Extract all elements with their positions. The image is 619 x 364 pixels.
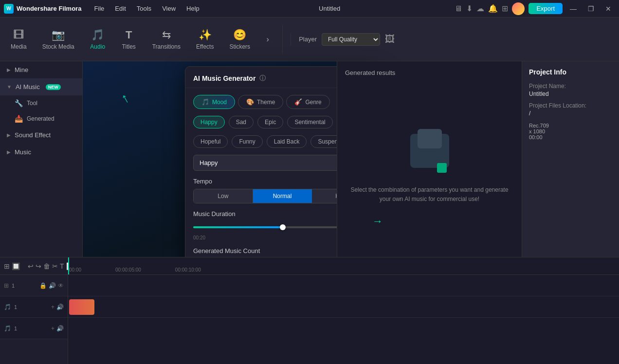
mood-tag-happy[interactable]: Happy [193, 116, 225, 128]
mood-tag-laid-back[interactable]: Laid Back [267, 135, 307, 148]
undo-button[interactable]: ↩ [28, 260, 34, 273]
music-arrow: ▶ [7, 149, 11, 155]
sidebar-item-ai-music[interactable]: ▼ AI Music NEW [0, 78, 82, 95]
track-1-lock[interactable]: 🔒 [39, 282, 47, 289]
player-area: Player Full Quality Half Quality Quarter… [291, 33, 402, 46]
project-location-label: Project Files Location: [529, 102, 612, 109]
gen-empty-text: Select the combination of parameters you… [345, 185, 514, 204]
track-labels: ⊞ 🔲 ↩ ↪ 🗑 ✂ T ⬜ 😊 ⊞ 1 🔒 [0, 257, 68, 364]
cut-button[interactable]: ✂ [52, 260, 58, 273]
quality-select[interactable]: Full Quality Half Quality Quarter Qualit… [322, 33, 380, 46]
track-row-1: ⊞ 1 🔒 🔊 👁 [0, 275, 68, 296]
titles-label: Titles [122, 43, 136, 50]
player-label: Player [299, 36, 317, 43]
toolbar-titles[interactable]: T Titles [114, 25, 144, 54]
tab-theme[interactable]: 🎨 Theme [238, 95, 283, 109]
bell-icon: 🔔 [488, 4, 498, 13]
track-1-eye[interactable]: 👁 [58, 282, 64, 289]
audio-2-icon: 🎵 [4, 325, 11, 332]
app-name: Wondershare Filmora [17, 5, 81, 12]
duration-slider[interactable] [193, 226, 342, 228]
gen-empty-container: Select the combination of parameters you… [345, 86, 514, 247]
mine-arrow: ▶ [7, 67, 11, 73]
duration-min: 00:20 [193, 235, 205, 240]
sidebar-item-music[interactable]: ▶ Music [0, 144, 82, 161]
menu-tools[interactable]: Tools [132, 3, 156, 14]
modal-title-text: AI Music Generator [193, 74, 255, 82]
track-row-audio-2: 🎵 1 + 🔊 [0, 318, 68, 339]
toolbar-stock-media[interactable]: 📷 Stock Media [36, 25, 81, 54]
cloud-icon: ☁ [476, 4, 484, 13]
project-location-value: / [529, 110, 612, 117]
playhead[interactable] [68, 257, 69, 274]
menu-view[interactable]: View [157, 3, 181, 14]
mood-tag-epic[interactable]: Epic [257, 116, 283, 128]
close-button[interactable]: ✕ [601, 3, 615, 14]
audio-2-volume[interactable]: 🔊 [56, 325, 64, 332]
sidebar-item-mine[interactable]: ▶ Mine [0, 61, 82, 78]
transitions-icon: ⇆ [162, 29, 171, 41]
audio-1-volume[interactable]: 🔊 [56, 304, 64, 310]
audio-clip-1[interactable] [69, 299, 94, 315]
tab-genre[interactable]: 🎸 Genre [286, 95, 329, 109]
modal-title: AI Music Generator ⓘ [193, 74, 266, 83]
tempo-normal[interactable]: Normal [253, 189, 312, 203]
audio-1-add[interactable]: + [51, 304, 55, 310]
user-avatar[interactable] [512, 2, 525, 15]
mid-area: ▶ Mine ▼ AI Music NEW 🔧 Tool 📥 Generated… [0, 61, 619, 257]
sidebar: ▶ Mine ▼ AI Music NEW 🔧 Tool 📥 Generated… [0, 61, 83, 257]
ai-music-badge: NEW [46, 84, 61, 90]
track-1-label: 1 [12, 283, 15, 289]
menu-help[interactable]: Help [182, 3, 204, 14]
redo-button[interactable]: ↪ [36, 260, 41, 273]
project-location-row: Project Files Location: / [529, 102, 612, 117]
mood-tag-sentimental[interactable]: Sentimental [287, 116, 332, 128]
sidebar-item-generated[interactable]: 📥 Generated [0, 111, 82, 127]
mood-tag-sad[interactable]: Sad [229, 116, 254, 128]
audio-2-add[interactable]: + [51, 325, 55, 332]
toolbar-items: 🎞 Media 📷 Stock Media 🎵 Audio T Titles ⇆… [0, 25, 278, 54]
music-label: Music [15, 148, 31, 156]
toolbar-audio[interactable]: 🎵 Audio [83, 25, 112, 54]
tab-mood[interactable]: 🎵 Mood [193, 95, 235, 109]
export-button[interactable]: Export [528, 3, 563, 14]
stock-media-icon: 📷 [52, 29, 65, 41]
toolbar-transitions[interactable]: ⇆ Transitions [146, 25, 187, 54]
genre-tab-label: Genre [305, 99, 321, 106]
sidebar-item-tool[interactable]: 🔧 Tool [0, 95, 82, 111]
delete-button[interactable]: 🗑 [43, 260, 50, 273]
info-icon: ⓘ [259, 74, 266, 83]
magnet-tool[interactable]: 🔲 [12, 260, 20, 273]
mood-tag-funny[interactable]: Funny [232, 135, 262, 148]
ai-music-arrow: ▼ [7, 84, 12, 90]
duration-thumb[interactable] [280, 224, 286, 230]
grid-tool[interactable]: ⊞ [4, 260, 10, 273]
resolution-label: x 1080 [529, 128, 612, 134]
menu-right: 🖥 ⬇ ☁ 🔔 ⊞ Export — ❐ ✕ [455, 2, 615, 15]
stickers-icon: 😊 [233, 29, 246, 41]
minimize-button[interactable]: — [566, 3, 580, 14]
toolbar-stickers[interactable]: 😊 Stickers [222, 25, 257, 54]
menu-file[interactable]: File [89, 3, 109, 14]
mood-tab-icon: 🎵 [201, 98, 209, 106]
right-panel: Project Info Project Name: Untitled Proj… [522, 61, 619, 257]
text-button[interactable]: T [60, 260, 64, 273]
toolbar-effects[interactable]: ✨ Effects [189, 25, 220, 54]
toolbar-media[interactable]: 🎞 Media [4, 25, 34, 54]
track-1-icons: 🔒 🔊 👁 [39, 282, 64, 289]
audio-1-icon: 🎵 [4, 304, 11, 310]
project-name-label: Project Name: [529, 83, 612, 90]
sidebar-item-sound-effect[interactable]: ▶ Sound Effect [0, 127, 82, 144]
app-logo: W Wondershare Filmora [4, 4, 81, 14]
menu-edit[interactable]: Edit [110, 3, 130, 14]
track-1-volume[interactable]: 🔊 [49, 282, 56, 289]
video-track-content [68, 275, 619, 296]
tempo-low[interactable]: Low [194, 189, 253, 203]
toolbar-more-arrow[interactable]: › [261, 33, 274, 46]
generated-results-panel: Generated results Select the combination… [337, 61, 522, 257]
project-name-row: Project Name: Untitled [529, 83, 612, 97]
mood-tab-label: Mood [212, 99, 227, 106]
audio-1-label: 1 [14, 304, 17, 310]
mood-tag-hopeful[interactable]: Hopeful [193, 135, 228, 148]
maximize-button[interactable]: ❐ [584, 3, 598, 14]
